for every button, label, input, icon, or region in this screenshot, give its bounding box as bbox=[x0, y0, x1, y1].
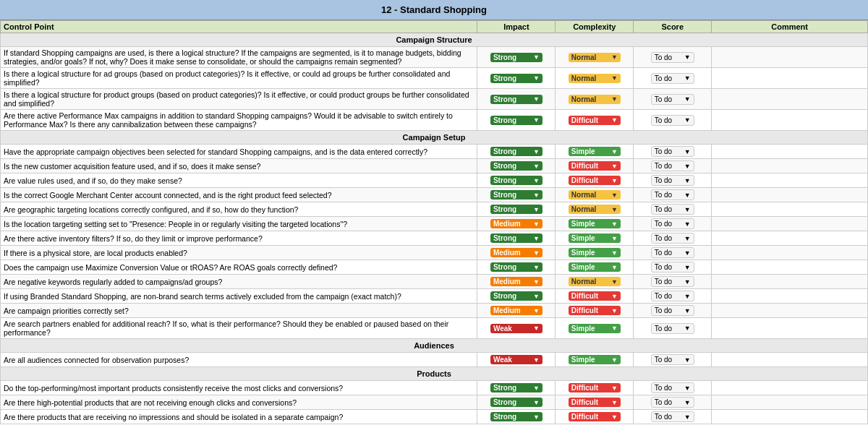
impact-cell[interactable]: Strong▼ bbox=[477, 202, 556, 217]
score-cell[interactable]: To do▼ bbox=[634, 304, 712, 318]
impact-badge[interactable]: Strong▼ bbox=[490, 161, 542, 171]
score-cell[interactable]: To do▼ bbox=[634, 202, 712, 217]
impact-badge[interactable]: Medium▼ bbox=[490, 306, 542, 315]
complexity-cell[interactable]: Normal▼ bbox=[556, 275, 634, 289]
score-cell[interactable]: To do▼ bbox=[634, 68, 712, 89]
impact-cell[interactable]: Medium▼ bbox=[477, 246, 556, 260]
score-select[interactable]: To do▼ bbox=[651, 305, 694, 316]
score-cell[interactable]: To do▼ bbox=[634, 410, 712, 424]
impact-cell[interactable]: Strong▼ bbox=[477, 110, 556, 131]
impact-cell[interactable]: Strong▼ bbox=[477, 188, 556, 202]
score-cell[interactable]: To do▼ bbox=[634, 381, 712, 395]
score-cell[interactable]: To do▼ bbox=[634, 89, 712, 110]
complexity-cell[interactable]: Difficult▼ bbox=[556, 289, 634, 304]
score-select[interactable]: To do▼ bbox=[651, 52, 694, 63]
complexity-badge[interactable]: Difficult▼ bbox=[569, 176, 621, 185]
impact-badge[interactable]: Weak▼ bbox=[490, 324, 542, 333]
score-cell[interactable]: To do▼ bbox=[634, 395, 712, 410]
complexity-badge[interactable]: Difficult▼ bbox=[569, 161, 621, 171]
complexity-badge[interactable]: Difficult▼ bbox=[569, 398, 621, 407]
impact-badge[interactable]: Strong▼ bbox=[490, 190, 542, 200]
complexity-cell[interactable]: Normal▼ bbox=[556, 188, 634, 202]
impact-cell[interactable]: Strong▼ bbox=[477, 68, 556, 89]
score-cell[interactable]: To do▼ bbox=[634, 353, 712, 367]
complexity-badge[interactable]: Simple▼ bbox=[569, 262, 621, 272]
impact-badge[interactable]: Strong▼ bbox=[490, 95, 542, 104]
complexity-cell[interactable]: Difficult▼ bbox=[556, 410, 634, 424]
complexity-cell[interactable]: Simple▼ bbox=[556, 353, 634, 367]
impact-badge[interactable]: Strong▼ bbox=[490, 383, 542, 393]
score-select[interactable]: To do▼ bbox=[651, 247, 694, 258]
impact-cell[interactable]: Strong▼ bbox=[477, 231, 556, 246]
score-cell[interactable]: To do▼ bbox=[634, 260, 712, 275]
complexity-cell[interactable]: Difficult▼ bbox=[556, 381, 634, 395]
complexity-badge[interactable]: Normal▼ bbox=[569, 95, 621, 104]
complexity-badge[interactable]: Simple▼ bbox=[569, 147, 621, 156]
impact-badge[interactable]: Strong▼ bbox=[490, 116, 542, 125]
impact-cell[interactable]: Strong▼ bbox=[477, 47, 556, 68]
complexity-badge[interactable]: Simple▼ bbox=[569, 355, 621, 364]
score-select[interactable]: To do▼ bbox=[651, 115, 694, 126]
complexity-badge[interactable]: Simple▼ bbox=[569, 219, 621, 228]
impact-cell[interactable]: Medium▼ bbox=[477, 304, 556, 318]
score-select[interactable]: To do▼ bbox=[651, 233, 694, 244]
impact-badge[interactable]: Strong▼ bbox=[490, 233, 542, 243]
complexity-cell[interactable]: Simple▼ bbox=[556, 217, 634, 231]
complexity-cell[interactable]: Difficult▼ bbox=[556, 173, 634, 188]
score-select[interactable]: To do▼ bbox=[651, 160, 694, 171]
complexity-cell[interactable]: Difficult▼ bbox=[556, 159, 634, 173]
impact-cell[interactable]: Strong▼ bbox=[477, 173, 556, 188]
complexity-badge[interactable]: Difficult▼ bbox=[569, 291, 621, 301]
score-select[interactable]: To do▼ bbox=[651, 189, 694, 200]
score-select[interactable]: To do▼ bbox=[651, 291, 694, 301]
score-cell[interactable]: To do▼ bbox=[634, 110, 712, 131]
complexity-badge[interactable]: Normal▼ bbox=[569, 205, 621, 214]
score-select[interactable]: To do▼ bbox=[651, 204, 694, 215]
complexity-cell[interactable]: Normal▼ bbox=[556, 47, 634, 68]
score-cell[interactable]: To do▼ bbox=[634, 275, 712, 289]
impact-badge[interactable]: Strong▼ bbox=[490, 147, 542, 156]
complexity-badge[interactable]: Simple▼ bbox=[569, 324, 621, 333]
score-cell[interactable]: To do▼ bbox=[634, 231, 712, 246]
impact-badge[interactable]: Strong▼ bbox=[490, 262, 542, 272]
complexity-cell[interactable]: Normal▼ bbox=[556, 89, 634, 110]
impact-cell[interactable]: Strong▼ bbox=[477, 89, 556, 110]
impact-cell[interactable]: Strong▼ bbox=[477, 159, 556, 173]
score-cell[interactable]: To do▼ bbox=[634, 217, 712, 231]
score-cell[interactable]: To do▼ bbox=[634, 246, 712, 260]
complexity-badge[interactable]: Normal▼ bbox=[569, 74, 621, 83]
complexity-badge[interactable]: Normal▼ bbox=[569, 277, 621, 286]
score-select[interactable]: To do▼ bbox=[651, 146, 694, 157]
impact-cell[interactable]: Weak▼ bbox=[477, 353, 556, 367]
impact-cell[interactable]: Medium▼ bbox=[477, 217, 556, 231]
impact-cell[interactable]: Strong▼ bbox=[477, 145, 556, 159]
complexity-badge[interactable]: Simple▼ bbox=[569, 248, 621, 257]
score-cell[interactable]: To do▼ bbox=[634, 318, 712, 339]
impact-cell[interactable]: Medium▼ bbox=[477, 275, 556, 289]
complexity-cell[interactable]: Difficult▼ bbox=[556, 395, 634, 410]
impact-badge[interactable]: Strong▼ bbox=[490, 291, 542, 301]
complexity-badge[interactable]: Difficult▼ bbox=[569, 383, 621, 393]
impact-badge[interactable]: Strong▼ bbox=[490, 176, 542, 185]
score-select[interactable]: To do▼ bbox=[651, 411, 694, 422]
score-select[interactable]: To do▼ bbox=[651, 382, 694, 393]
impact-cell[interactable]: Strong▼ bbox=[477, 260, 556, 275]
score-select[interactable]: To do▼ bbox=[651, 73, 694, 84]
complexity-cell[interactable]: Difficult▼ bbox=[556, 110, 634, 131]
score-select[interactable]: To do▼ bbox=[651, 323, 694, 334]
impact-badge[interactable]: Medium▼ bbox=[490, 248, 542, 257]
impact-cell[interactable]: Strong▼ bbox=[477, 395, 556, 410]
score-select[interactable]: To do▼ bbox=[651, 397, 694, 408]
complexity-cell[interactable]: Simple▼ bbox=[556, 145, 634, 159]
score-cell[interactable]: To do▼ bbox=[634, 47, 712, 68]
impact-badge[interactable]: Strong▼ bbox=[490, 398, 542, 407]
score-cell[interactable]: To do▼ bbox=[634, 145, 712, 159]
score-select[interactable]: To do▼ bbox=[651, 262, 694, 273]
score-select[interactable]: To do▼ bbox=[651, 354, 694, 365]
complexity-badge[interactable]: Normal▼ bbox=[569, 53, 621, 62]
impact-badge[interactable]: Strong▼ bbox=[490, 412, 542, 421]
complexity-cell[interactable]: Difficult▼ bbox=[556, 304, 634, 318]
complexity-cell[interactable]: Simple▼ bbox=[556, 260, 634, 275]
complexity-badge[interactable]: Difficult▼ bbox=[569, 306, 621, 315]
score-cell[interactable]: To do▼ bbox=[634, 289, 712, 304]
